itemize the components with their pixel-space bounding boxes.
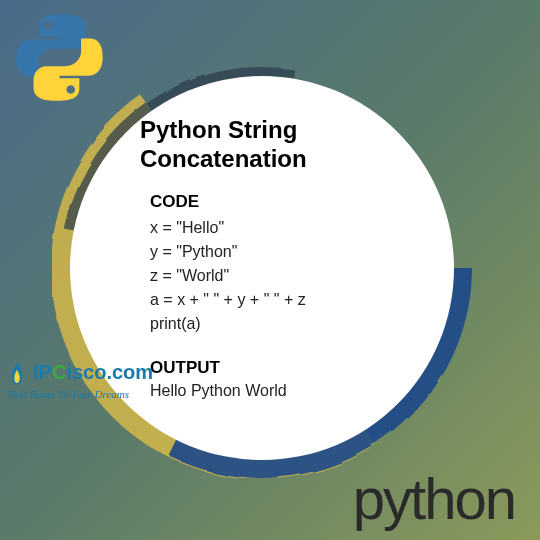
- code-line: z = "World": [150, 264, 414, 288]
- ipcisco-brand-text: IPCisco.com: [33, 361, 153, 383]
- python-text-logo: python: [353, 465, 515, 532]
- python-logo-icon: [12, 10, 107, 105]
- page-title: Python String Concatenation: [140, 116, 414, 174]
- code-line: x = "Hello": [150, 216, 414, 240]
- code-line: a = x + " " + y + " " + z: [150, 288, 414, 312]
- flame-icon: [8, 360, 26, 388]
- code-line: y = "Python": [150, 240, 414, 264]
- code-block: x = "Hello" y = "Python" z = "World" a =…: [150, 216, 414, 336]
- ipcisco-tagline: Best Route To Your Dreams: [8, 388, 153, 400]
- code-line: print(a): [150, 312, 414, 336]
- content-circle: Python String Concatenation CODE x = "He…: [70, 76, 454, 460]
- output-text: Hello Python World: [150, 382, 414, 400]
- code-heading: CODE: [150, 192, 414, 212]
- ipcisco-logo: IPCisco.com Best Route To Your Dreams: [8, 360, 153, 400]
- output-heading: OUTPUT: [150, 358, 414, 378]
- main-circle-container: Python String Concatenation CODE x = "He…: [52, 58, 472, 478]
